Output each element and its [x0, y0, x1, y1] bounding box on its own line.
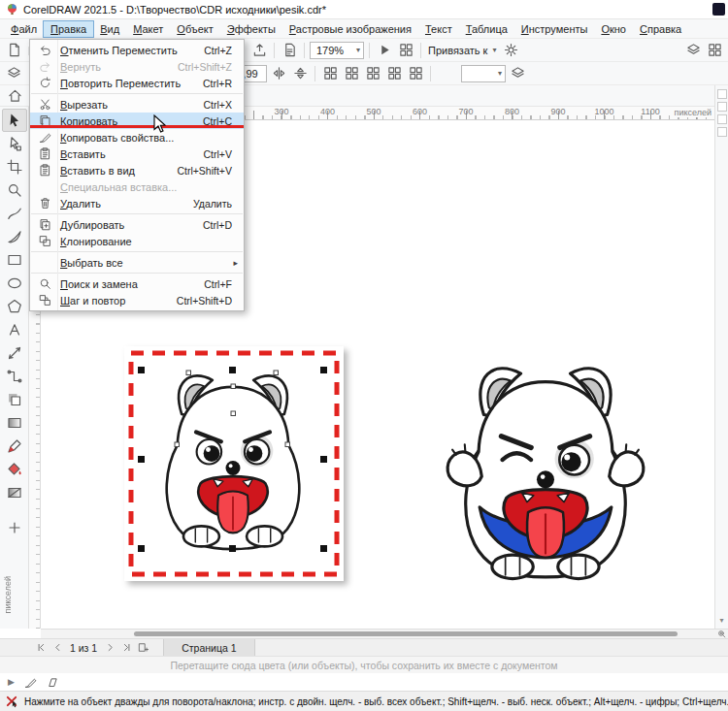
- expand-arrow-icon[interactable]: ▶: [8, 677, 15, 687]
- snap-to-combo[interactable]: Привязать к ▾: [426, 42, 499, 59]
- wrap-text-button[interactable]: [508, 64, 527, 83]
- next-page-button[interactable]: [102, 640, 117, 656]
- tool-shape[interactable]: [2, 132, 27, 155]
- edit-menu-item-4[interactable]: ВырезатьCtrl+X: [30, 96, 244, 113]
- menu-item-shortcut: Ctrl+Shift+D: [177, 295, 240, 307]
- tool-artistic-media[interactable]: [2, 225, 27, 248]
- fullscreen-preview-button[interactable]: [375, 41, 394, 60]
- outline-width-combo[interactable]: ▾: [461, 65, 506, 82]
- tool-pick[interactable]: [2, 109, 27, 132]
- menubar-item-1[interactable]: Правка: [44, 21, 93, 37]
- color-swatch[interactable]: [717, 114, 727, 124]
- edit-menu-item-2[interactable]: Повторить ПереместитьCtrl+R: [30, 75, 244, 91]
- page-tab[interactable]: Страница 1: [163, 639, 254, 657]
- tool-polygon[interactable]: [2, 295, 27, 318]
- edit-menu-item-8[interactable]: Вставить в видCtrl+Shift+V: [30, 162, 244, 178]
- palette-expand-icon[interactable]: ▾: [719, 616, 723, 625]
- tool-text[interactable]: [2, 318, 27, 341]
- color-swatch[interactable]: [717, 102, 727, 112]
- menu-item-label: Удалить: [56, 198, 193, 210]
- copyprops-icon: [33, 131, 56, 144]
- tool-smart-fill[interactable]: [2, 458, 27, 481]
- i-brush-icon: [39, 131, 51, 144]
- toolbar-separator: [304, 43, 305, 58]
- tool-eyedropper[interactable]: [2, 435, 27, 458]
- menu-item-label: Выбрать все: [56, 257, 225, 269]
- previous-page-button[interactable]: [50, 640, 65, 656]
- tool-dimension[interactable]: [2, 341, 27, 365]
- grid-icon: [409, 66, 423, 81]
- tool-connector[interactable]: [2, 365, 27, 388]
- menubar-item-6[interactable]: Растровые изображения: [282, 21, 418, 37]
- outline-status-icon: [24, 676, 37, 689]
- mirror-vertical-button[interactable]: [290, 64, 310, 83]
- launch-button[interactable]: [683, 41, 703, 60]
- color-swatch[interactable]: [717, 127, 727, 137]
- edit-menu-item-17[interactable]: Поиск и заменаCtrl+F: [30, 275, 244, 292]
- align-button-3[interactable]: [363, 64, 382, 83]
- undo-icon: [33, 44, 56, 56]
- tool-rectangle[interactable]: [2, 248, 27, 272]
- tool-drop-shadow[interactable]: [2, 388, 27, 411]
- object-origin-button[interactable]: [4, 64, 23, 83]
- page-indicator: 1 из 1: [70, 642, 97, 654]
- scrollbar-thumb[interactable]: [134, 631, 678, 636]
- align-button-2[interactable]: [342, 64, 361, 83]
- edit-menu-item-0[interactable]: Отменить ПереместитьCtrl+Z: [30, 42, 244, 58]
- mirror-horizontal-button[interactable]: [269, 64, 288, 83]
- menubar-item-10[interactable]: Окно: [594, 21, 633, 37]
- menubar-item-2[interactable]: Вид: [93, 21, 126, 37]
- scroll-zoom-button[interactable]: [714, 629, 728, 638]
- align-button-1[interactable]: [320, 64, 340, 83]
- last-page-button[interactable]: [118, 640, 134, 656]
- ruler-number: 600: [413, 107, 427, 116]
- tool-ellipse[interactable]: [2, 272, 27, 295]
- edit-menu-item-6[interactable]: Копировать свойства...: [30, 129, 244, 145]
- menubar-item-4[interactable]: Объект: [170, 21, 219, 37]
- tool-zoom[interactable]: [2, 178, 27, 202]
- edit-menu-item-18[interactable]: Шаг и повторCtrl+Shift+D: [30, 292, 244, 308]
- edit-menu-item-15[interactable]: Выбрать все▸: [30, 254, 244, 271]
- i-trash-icon: [39, 197, 51, 210]
- tool-more-tools[interactable]: [2, 516, 27, 539]
- dog-artwork-selected[interactable]: [167, 375, 300, 549]
- align-button-5[interactable]: [406, 64, 425, 83]
- first-page-button[interactable]: [33, 640, 49, 656]
- menubar-item-0[interactable]: Файл: [4, 21, 44, 37]
- add-page-button[interactable]: [135, 640, 150, 656]
- i-paste-icon: [39, 164, 51, 177]
- tool-crop[interactable]: [2, 155, 27, 178]
- corel-window: CorelDRAW 2021.5 - D:\Творчество\CDR исх…: [0, 0, 728, 711]
- window-control-button[interactable]: [712, 3, 725, 16]
- tool-interactive-fill[interactable]: [2, 481, 27, 504]
- align-button-4[interactable]: [384, 64, 404, 83]
- window-list-button[interactable]: [705, 41, 724, 60]
- menubar-item-9[interactable]: Инструменты: [514, 21, 595, 37]
- menubar-item-3[interactable]: Макет: [126, 21, 170, 37]
- publish-pdf-button[interactable]: [280, 41, 299, 60]
- options-button[interactable]: [501, 41, 520, 60]
- edit-menu-item-7[interactable]: ВставитьCtrl+V: [30, 145, 244, 162]
- menubar-item-8[interactable]: Таблица: [459, 21, 514, 37]
- drop-colors-bar[interactable]: Перетащите сюда цвета (или объекты), что…: [0, 656, 728, 673]
- tool-freehand[interactable]: [2, 202, 27, 225]
- color-swatch[interactable]: [717, 89, 727, 99]
- menu-item-shortcut: Ctrl+Shift+Z: [178, 61, 240, 73]
- dog-artwork-copy[interactable]: [447, 369, 644, 579]
- edit-menu-item-13[interactable]: Клонирование: [30, 233, 244, 249]
- edit-menu-item-10[interactable]: УдалитьУдалить: [30, 195, 244, 211]
- redo-icon: [33, 60, 56, 73]
- show-rulers-button[interactable]: [396, 41, 415, 60]
- tool-transparency[interactable]: [2, 411, 27, 435]
- edit-menu-item-12[interactable]: ДублироватьCtrl+D: [30, 216, 244, 233]
- menubar-item-7[interactable]: Текст: [418, 21, 459, 37]
- export-button[interactable]: [249, 41, 269, 60]
- menubar-item-11[interactable]: Справка: [633, 21, 688, 37]
- menubar-item-5[interactable]: Эффекты: [220, 21, 282, 37]
- document-palette[interactable]: ▾: [714, 85, 728, 629]
- horizontal-scrollbar[interactable]: [41, 629, 714, 638]
- zoom-level-combo[interactable]: 179% ▾: [310, 42, 364, 59]
- new-document-button[interactable]: [4, 41, 23, 60]
- welcome-screen-button[interactable]: [4, 87, 25, 105]
- grid-icon: [345, 66, 359, 81]
